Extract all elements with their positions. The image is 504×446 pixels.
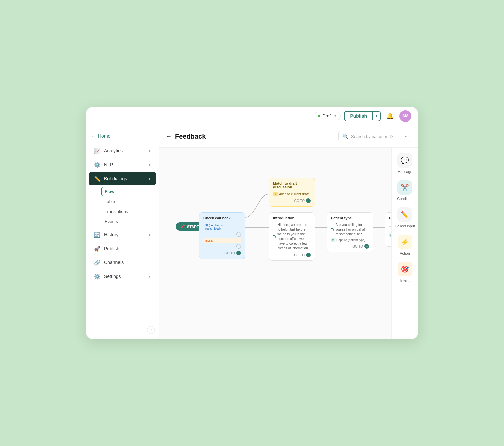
sidebar-collapse-button[interactable]: ‹ — [147, 326, 155, 334]
publish-main-button[interactable]: Publish — [345, 112, 372, 121]
patient-type-node[interactable]: Patient type Tr Are you calling for your… — [327, 212, 373, 252]
collect-input-icon: ✏️ — [397, 207, 412, 222]
patient-age-goto: GO TO — [389, 239, 391, 243]
start-label: START — [187, 225, 199, 229]
sidebar-item-publish[interactable]: 🚀 Publish — [89, 242, 156, 255]
introduction-title: Introduction — [273, 216, 311, 220]
bot-dialogs-icon: ✏️ — [94, 175, 101, 182]
home-arrow-icon: ← — [91, 133, 96, 139]
else-goto-circle: ○ — [236, 244, 241, 249]
patient-age-title: Patient age — [389, 216, 391, 220]
sidebar-item-nlp[interactable]: ⚙️ NLP ▾ — [89, 158, 156, 171]
check-call-back-goto-circle: → — [236, 251, 241, 255]
check-call-back-goto: GO TO → — [203, 251, 241, 255]
app-window: Draft ▾ Publish ▾ 🔔 AM ← Home 📈 Analytic… — [86, 107, 418, 339]
home-label: Home — [98, 133, 110, 139]
flow-canvas: 📌 START ⚙ Check call back IF (number is … — [159, 148, 418, 339]
search-icon: 🔍 — [343, 134, 348, 139]
back-button[interactable]: ← Feedback — [166, 133, 206, 140]
introduction-body: Hi there, we are here to help. Just befo… — [277, 223, 311, 251]
nlp-label: NLP — [104, 162, 145, 167]
sidebar-item-settings[interactable]: ⚙️ Settings ▾ — [89, 270, 156, 283]
publish-dropdown-button[interactable]: ▾ — [372, 112, 380, 120]
panel-item-condition[interactable]: ✂️ Condition — [397, 180, 412, 201]
publish-nav-label: Publish — [104, 246, 151, 251]
message-icon: 💬 — [397, 153, 412, 168]
content-area: ← Feedback 🔍 Search by name or ID ▾ — [159, 125, 418, 339]
intent-label: Intent — [400, 278, 410, 282]
subnav-events[interactable]: Events — [101, 217, 156, 226]
notification-bell-icon[interactable]: 🔔 — [384, 110, 396, 122]
sidebar: ← Home 📈 Analytics ▾ ⚙️ NLP ▾ ✏️ Bot dia… — [86, 125, 159, 339]
draft-discussion-node[interactable]: Match to draft discussion ↑ Align to cur… — [269, 178, 315, 207]
sidebar-item-bot-dialogs[interactable]: ✏️ Bot dialogs ▾ — [89, 172, 156, 185]
action-icon: ⚡ — [398, 235, 412, 249]
intent-icon: 🎯 — [398, 262, 412, 276]
channels-icon: 🔗 — [94, 259, 101, 266]
capture-icon: ⊞ — [331, 238, 335, 242]
subnav-translations[interactable]: Translations — [101, 207, 156, 216]
patient-age-node[interactable]: Patient age Tr What is your birth date? … — [385, 212, 391, 247]
introduction-goto: GO TO → — [273, 253, 311, 257]
top-bar: Draft ▾ Publish ▾ 🔔 AM — [86, 107, 418, 125]
panel-item-intent[interactable]: 🎯 Intent — [398, 262, 412, 282]
check-call-back-title: Check call back — [203, 216, 241, 220]
panel-item-action[interactable]: ⚡ Action — [398, 235, 412, 255]
bot-dialogs-label: Bot dialogs — [104, 176, 145, 181]
collect-input-label: Collect input — [395, 224, 415, 228]
check-call-back-else: ELSE — [203, 238, 241, 243]
search-placeholder: Search by name or ID — [351, 134, 393, 139]
bot-dialogs-subnav: Flow Table Translations Events — [86, 186, 159, 227]
check-call-back-node[interactable]: Check call back IF (number is recognized… — [199, 212, 245, 259]
history-icon: 🔄 — [94, 231, 101, 238]
draft-discussion-goto: GO TO → — [273, 198, 311, 203]
draft-discussion-align: ↑ Align to current draft — [273, 192, 311, 196]
draft-label: Draft — [322, 113, 332, 118]
subnav-flow[interactable]: Flow — [101, 187, 156, 196]
publish-icon: 🚀 — [94, 245, 101, 252]
analytics-icon: 📈 — [94, 147, 101, 154]
draft-badge[interactable]: Draft ▾ — [315, 112, 341, 120]
settings-chevron-icon: ▾ — [149, 274, 151, 279]
patient-age-question-row: Tr What is your birth date? — [389, 223, 391, 232]
sidebar-item-history[interactable]: 🔄 History ▾ — [89, 228, 156, 241]
settings-label: Settings — [104, 274, 145, 279]
flow-wrapper: 📌 START ⚙ Check call back IF (number is … — [172, 161, 391, 287]
condition-label: Condition — [397, 197, 412, 201]
introduction-goto-circle: → — [306, 253, 311, 257]
if-goto-circle: ○ — [236, 232, 241, 237]
home-link[interactable]: ← Home — [86, 131, 159, 141]
avatar[interactable]: AM — [399, 110, 411, 122]
page-title: Feedback — [175, 133, 206, 140]
draft-discussion-title: Match to draft discussion — [273, 181, 311, 189]
patient-type-body: Are you calling for yourself or on behal… — [335, 223, 369, 237]
patient-type-goto-circle: → — [364, 244, 369, 249]
search-bar[interactable]: 🔍 Search by name or ID ▾ — [338, 131, 411, 142]
bot-dialogs-chevron-icon: ▾ — [149, 177, 151, 181]
align-icon: ↑ — [273, 192, 278, 196]
sidebar-item-analytics[interactable]: 📈 Analytics ▾ — [89, 144, 156, 157]
patient-age-capture: ⊞ Capture (patient age) — [389, 233, 391, 237]
channels-label: Channels — [104, 260, 151, 265]
main-layout: ← Home 📈 Analytics ▾ ⚙️ NLP ▾ ✏️ Bot dia… — [86, 125, 418, 339]
publish-button-group[interactable]: Publish ▾ — [344, 111, 381, 121]
subnav-table[interactable]: Table — [101, 197, 156, 206]
condition-icon: ✂️ — [397, 180, 412, 195]
panel-item-collect-input[interactable]: ✏️ Collect input — [395, 207, 415, 228]
introduction-node[interactable]: Introduction Tr Hi there, we are here to… — [269, 212, 315, 261]
content-header: ← Feedback 🔍 Search by name or ID ▾ — [159, 125, 418, 148]
nlp-chevron-icon: ▾ — [149, 163, 151, 167]
sidebar-item-channels[interactable]: 🔗 Channels — [89, 256, 156, 269]
patient-type-title: Patient type — [331, 216, 369, 220]
start-pin-icon: 📌 — [180, 224, 185, 229]
history-chevron-icon: ▾ — [149, 233, 151, 237]
action-label: Action — [400, 251, 410, 255]
sidebar-collapse-area: ‹ — [86, 326, 159, 334]
settings-icon: ⚙️ — [94, 273, 101, 280]
canvas-area[interactable]: 📌 START ⚙ Check call back IF (number is … — [159, 148, 391, 339]
draft-status-dot — [318, 115, 320, 117]
panel-item-message[interactable]: 💬 Message — [397, 153, 412, 174]
analytics-label: Analytics — [104, 148, 145, 153]
introduction-tr-icon: Tr Hi there, we are here to help. Just b… — [273, 223, 311, 251]
message-label: Message — [397, 170, 412, 174]
